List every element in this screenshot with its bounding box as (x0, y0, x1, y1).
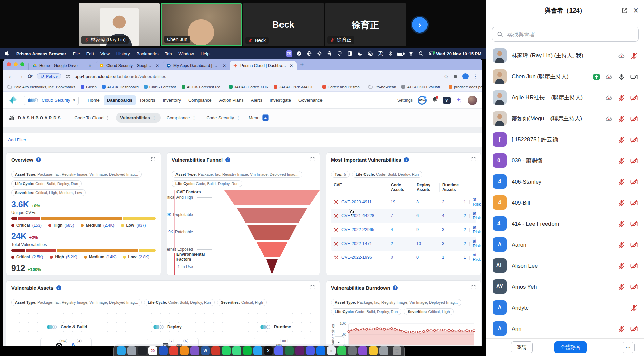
contrast-status-icon[interactable] (347, 51, 353, 56)
tab-close-icon[interactable]: ✕ (289, 63, 294, 68)
deploy-assets-value[interactable]: 6 (414, 213, 439, 218)
legend-item[interactable]: Critical(153) (11, 223, 42, 228)
dock-icon[interactable] (211, 346, 220, 355)
spotlight-search-icon[interactable] (418, 51, 424, 56)
camera-muted-icon[interactable] (630, 325, 638, 333)
extensions-icon[interactable] (453, 74, 458, 79)
deploy-assets-value[interactable]: 3 (414, 200, 439, 204)
dock-icon[interactable] (295, 346, 304, 355)
wifi-icon[interactable] (408, 51, 414, 56)
info-icon[interactable]: i (36, 157, 41, 162)
expand-icon[interactable] (471, 156, 476, 162)
shield-status-icon[interactable] (337, 51, 342, 56)
mic-muted-icon[interactable] (618, 325, 625, 333)
dock-icon[interactable] (159, 346, 168, 355)
back-button[interactable]: ← (8, 73, 14, 80)
reload-button[interactable]: ⟳ (28, 73, 33, 80)
funnel-value[interactable]: 1.9K (167, 212, 171, 217)
risk-count[interactable]: 2 (464, 213, 466, 218)
filter-chip[interactable]: Life Cycle: Code, Build, Deploy, Run (172, 180, 242, 187)
deploy-assets-value[interactable]: 10 (414, 241, 439, 246)
participant-row[interactable]: AAaron (486, 234, 644, 255)
filter-chip[interactable]: Asset Type: Package, Iac, Registry Image… (11, 299, 142, 306)
browser-tab[interactable]: Cloud Security - Google Slide✕ (96, 61, 163, 70)
dock-icon[interactable] (348, 346, 357, 355)
info-icon[interactable]: i (56, 285, 61, 290)
nav-item-action-plans[interactable]: Action Plans (216, 95, 247, 105)
camera-muted-icon[interactable] (630, 199, 638, 207)
code-assets-value[interactable]: 19 (388, 200, 414, 204)
url-bar[interactable]: app4.prismacloud.io/dashboards/vulnerabi… (75, 74, 166, 79)
nav-item-dashboards[interactable]: Dashboards (104, 95, 136, 105)
funnel-value[interactable]: 1 (178, 264, 180, 269)
dock-icon[interactable] (232, 346, 241, 355)
menubar-item[interactable]: Window (178, 51, 194, 56)
filter-chip[interactable]: Life Cycle: Code, Build, Deploy, Run (11, 180, 82, 187)
filter-chip[interactable]: Asset Type: Package, Iac, Registry Image… (331, 299, 461, 306)
globe-status-icon[interactable] (307, 51, 312, 56)
user-avatar[interactable] (468, 96, 477, 105)
participant-row[interactable]: AAndytc (486, 297, 644, 318)
participant-row[interactable]: 鄭如如(Megu... (聯席主持人) (486, 108, 644, 129)
legend-item[interactable]: Medium(2.4K) (81, 223, 114, 228)
dock-icon[interactable] (222, 346, 231, 355)
mic-muted-icon[interactable] (618, 241, 625, 249)
funnel-value[interactable]: 1.9K (167, 230, 173, 234)
bookmark-item[interactable]: AGCK Dashboard (102, 85, 139, 89)
dock-icon[interactable] (306, 346, 315, 355)
nav-item-alerts[interactable]: Alerts (248, 95, 265, 105)
cve-link[interactable]: CVE-2022-1996 (341, 255, 372, 260)
legend-item[interactable]: High(5.2K) (50, 255, 77, 259)
dock-icon[interactable] (117, 346, 126, 355)
mic-muted-icon[interactable] (618, 136, 625, 144)
mic-muted-icon[interactable] (84, 38, 89, 42)
at-risk-link[interactable]: at Risk (473, 239, 481, 248)
dock-icon[interactable] (337, 346, 346, 355)
invite-button[interactable]: 邀請 (511, 341, 533, 353)
deploy-assets-value[interactable]: 9 (414, 227, 439, 232)
site-settings-icon[interactable] (65, 74, 70, 79)
legend-item[interactable]: Medium(14K) (84, 255, 117, 259)
menubar-app-name[interactable]: Prisma Access Browser (16, 51, 66, 56)
legend-item[interactable]: Low(937) (121, 223, 146, 228)
filter-chip[interactable]: Severities: Critical, High, Medium, Low (11, 189, 86, 196)
runtime-assets-value[interactable]: 3 (439, 227, 461, 232)
focus-moon-icon[interactable] (357, 51, 363, 56)
mic-muted-icon[interactable] (618, 94, 625, 102)
table-row[interactable]: CVE-2022-19960011|at Risk (331, 251, 476, 265)
check-status-icon[interactable] (296, 51, 302, 56)
dock-icon[interactable] (285, 346, 294, 355)
funnel-slice[interactable] (224, 242, 320, 257)
participant-row[interactable]: 林家瑋 (Ray Lin) (主持人, 我) (486, 45, 644, 66)
bookmark-item[interactable]: ATT&CK® Evaluati... (401, 85, 443, 89)
at-risk-link[interactable]: at Risk (473, 225, 481, 234)
bookmark-item[interactable]: Cortex and Prisma... (322, 85, 363, 89)
screen-share-status-icon[interactable] (286, 50, 292, 57)
cve-link[interactable]: CVE-2022-22965 (341, 227, 374, 232)
nav-item-compliance[interactable]: Compliance (185, 95, 215, 105)
risk-count[interactable]: 2 (464, 227, 466, 232)
deploy-assets-value[interactable]: 0 (414, 255, 439, 260)
participant-row[interactable]: 0-039 - 蕭賜衡 (486, 150, 644, 171)
minimize-window-button[interactable] (14, 62, 18, 66)
bookmark-item[interactable]: _to-be-clean (368, 85, 396, 89)
dock-icon[interactable]: 20 (148, 346, 157, 355)
funnel-slice[interactable] (224, 208, 320, 223)
tab-options-icon[interactable]: ⋮ (105, 115, 110, 120)
tab-options-icon[interactable]: ⋮ (152, 115, 157, 120)
participant-row[interactable]: 4409-Bill (486, 192, 644, 213)
add-filter-link[interactable]: Add Filter (8, 138, 26, 142)
filter-chip[interactable]: Top: 5 (331, 171, 350, 178)
runtime-assets-value[interactable]: 2 (439, 200, 461, 204)
participant-row[interactable]: Chen Jun (聯席主持人) (486, 66, 644, 87)
funnel-slice[interactable] (224, 225, 320, 240)
world-status-icon[interactable] (327, 51, 332, 56)
legend-item[interactable]: Critical(2.5K) (11, 255, 43, 259)
next-videos-button[interactable]: › (412, 17, 428, 33)
tab-close-icon[interactable]: ✕ (155, 63, 160, 68)
tab-options-icon[interactable]: ⋮ (236, 115, 241, 120)
camera-muted-icon[interactable] (630, 241, 638, 249)
menubar-item[interactable]: Help (201, 51, 210, 56)
browser-tab[interactable]: Home - Google Drive✕ (28, 61, 96, 70)
product-selector[interactable]: Cloud Security ▾ (24, 96, 79, 105)
